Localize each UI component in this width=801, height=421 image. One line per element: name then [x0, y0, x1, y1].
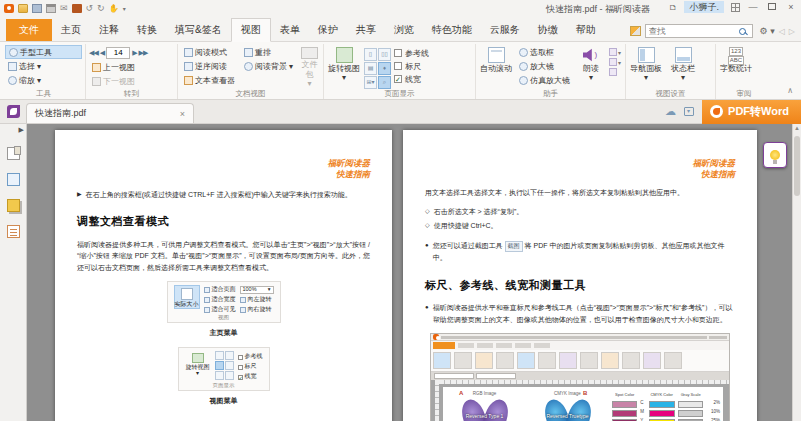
read-mode-button[interactable]: 阅读模式 — [181, 45, 238, 59]
close-button[interactable]: × — [785, 2, 797, 12]
nav-panel-button[interactable]: 导航面板▾ — [629, 45, 663, 88]
read-background-button[interactable]: 阅读背景 ▾ — [241, 59, 296, 73]
collapse-ribbon-icon[interactable]: ∧ — [787, 86, 793, 95]
select-tool-button[interactable]: 选择 ▾ — [5, 59, 82, 73]
foxit-logo-icon[interactable] — [4, 4, 14, 13]
tab-comment[interactable]: 注释 — [90, 19, 128, 41]
redo-icon[interactable]: ↻ — [97, 4, 105, 13]
foxit-swirl-icon — [7, 105, 20, 118]
pdf-to-word-button[interactable]: PDF转Word — [702, 100, 801, 124]
previous-view-button[interactable]: 上一视图 — [89, 60, 174, 74]
reflow-icon — [244, 48, 253, 57]
scrollbar-thumb[interactable] — [794, 136, 800, 196]
tab-file[interactable]: 文件 — [6, 19, 52, 41]
layers-panel-icon[interactable] — [7, 225, 20, 238]
snapshot-chip: 截图 — [505, 241, 523, 253]
undo-icon[interactable]: ↺ — [86, 4, 94, 13]
fit-rotate-icon[interactable]: ⌕ — [378, 76, 391, 89]
text-viewer-button[interactable]: 文本查看器 — [181, 73, 238, 87]
marquee-button[interactable]: 选取框 — [516, 45, 573, 59]
tab-browse[interactable]: 浏览 — [385, 19, 423, 41]
ruler-checkbox[interactable]: 标尺 — [394, 60, 429, 72]
close-tab-icon[interactable]: × — [180, 109, 185, 119]
reverse-read-button[interactable]: 逆序阅读 — [181, 59, 238, 73]
tab-view[interactable]: 视图 — [231, 18, 271, 42]
tab-protect[interactable]: 保护 — [309, 19, 347, 41]
email-icon[interactable]: ✉ — [60, 4, 68, 13]
cloud-icon[interactable]: ☁ — [665, 105, 676, 118]
portfolio-button[interactable]: 文件包▾ — [299, 45, 320, 88]
portfolio-icon — [301, 47, 318, 59]
guides-checkbox[interactable]: 参考线 — [394, 47, 429, 59]
hand-tool-icon[interactable]: ✋ — [109, 4, 119, 13]
single-page-icon[interactable]: ▯ — [364, 48, 377, 61]
page-split-icon[interactable]: ⊞▾ — [364, 76, 377, 89]
hand-tool-button[interactable]: 手型工具 — [5, 45, 82, 59]
snapshot-icon[interactable] — [72, 4, 82, 13]
next-view-button[interactable]: 下一视图 — [89, 74, 174, 88]
scroll-up-icon[interactable]: ▲ — [793, 125, 801, 131]
comments-panel-icon[interactable] — [7, 199, 20, 212]
app-icon[interactable] — [0, 100, 26, 123]
expand-panel-icon[interactable]: ▶ — [19, 126, 24, 134]
last-page-icon[interactable]: ▶▶ — [139, 49, 148, 57]
prev-page-icon[interactable]: ◀ — [100, 49, 104, 57]
search-icon[interactable] — [739, 28, 746, 35]
group-review: 123 ABC 字数统计 审阅 — [716, 44, 772, 99]
zoom-tool-button[interactable]: 缩放 ▾ — [5, 73, 82, 87]
layout-grid-icon[interactable] — [731, 3, 740, 12]
tab-home[interactable]: 主页 — [52, 19, 90, 41]
read-aloud-button[interactable]: ) 朗读▾ — [576, 45, 606, 88]
assistant-tip-button[interactable] — [763, 142, 787, 168]
gear-icon[interactable]: ⚙ ▾ — [760, 26, 775, 36]
line-weights-checkbox[interactable]: 线宽 — [394, 73, 429, 85]
group-label-view-settings: 视图设置 — [626, 89, 715, 99]
next-page-icon[interactable]: ▶ — [132, 49, 136, 57]
minimize-button[interactable]: — — [747, 2, 759, 12]
ruler-horizontal — [439, 380, 729, 384]
save-to-cloud-icon[interactable] — [684, 107, 694, 116]
open-file-icon[interactable] — [18, 4, 28, 13]
account-name[interactable]: 小狮子. — [684, 1, 724, 13]
continuous-page-icon[interactable]: ▤ — [364, 62, 377, 75]
main-area: ▶ 福昕阅读器 快速指南 ▶ 在右上角的搜索框(或通过快捷键 CTRL+F 进入… — [0, 124, 801, 421]
document-tab[interactable]: 快速指南.pdf × — [26, 103, 194, 123]
read-pause-icon[interactable]: ▾ — [609, 58, 621, 66]
read-play-icon[interactable]: ▾ — [609, 48, 621, 56]
first-page-icon[interactable]: ◀◀ — [89, 49, 98, 57]
continuous-facing-icon[interactable]: ♦ — [378, 62, 391, 75]
tab-features[interactable]: 特色功能 — [423, 19, 481, 41]
facing-page-icon[interactable]: ▯▯ — [378, 48, 391, 61]
word-count-button[interactable]: 123 ABC 字数统计 — [719, 45, 753, 88]
ribbon-tab-bar: 文件 主页 注释 转换 填写&签名 视图 表单 保护 共享 浏览 特色功能 云服… — [0, 15, 801, 42]
save-icon[interactable] — [32, 4, 42, 13]
tab-help[interactable]: 帮助 — [567, 19, 605, 41]
autoscroll-button[interactable]: 自动滚动 — [479, 45, 513, 88]
tab-share[interactable]: 共享 — [347, 19, 385, 41]
qat-dropdown-icon[interactable]: ▾ — [123, 5, 126, 12]
notification-icon[interactable]: 🗅 — [668, 2, 677, 12]
read-stop-icon[interactable] — [609, 68, 621, 76]
tab-convert[interactable]: 转换 — [128, 19, 166, 41]
search-input[interactable] — [645, 24, 753, 38]
pages-panel-icon[interactable] — [7, 173, 20, 186]
maximize-button[interactable] — [766, 2, 778, 12]
tab-extra[interactable]: 协缴 — [529, 19, 567, 41]
tab-cloud[interactable]: 云服务 — [481, 19, 529, 41]
status-bar-button[interactable]: 状态栏▾ — [666, 45, 700, 88]
document-tab-title: 快速指南.pdf — [35, 107, 86, 120]
bookmarks-panel-icon[interactable] — [7, 147, 20, 160]
tab-fill-sign[interactable]: 填写&签名 — [166, 19, 231, 41]
find-tool-icon[interactable] — [630, 26, 641, 36]
reflow-button[interactable]: 重排 — [241, 45, 296, 59]
find-prev-icon[interactable]: ◁ — [779, 27, 785, 36]
tab-form[interactable]: 表单 — [271, 19, 309, 41]
find-next-icon[interactable]: ▷ — [789, 27, 795, 36]
bullet-item: ◇ 使用快捷键 Ctrl+C。 — [425, 220, 735, 232]
vertical-scrollbar[interactable]: ▲ — [792, 124, 801, 421]
magnifier-button[interactable]: 放大镜 — [516, 59, 573, 73]
rotate-view-button[interactable]: 旋转视图▾ — [327, 45, 361, 88]
page-number-input[interactable] — [106, 47, 130, 59]
print-icon[interactable] — [46, 4, 56, 13]
loupe-button[interactable]: 仿真放大镜 — [516, 73, 573, 87]
